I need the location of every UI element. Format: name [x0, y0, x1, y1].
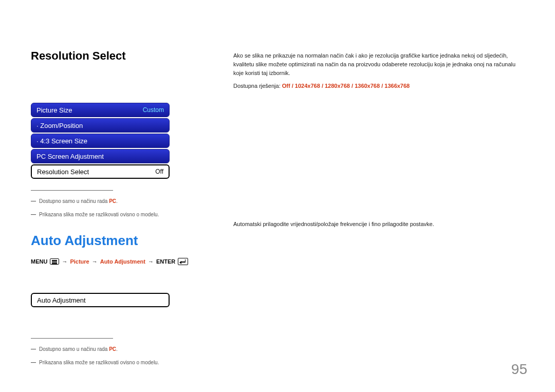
document-page: Resolution Select Ako se slika ne prikaz… [0, 0, 555, 392]
footnote: ― Prikazana slika može se razlikovati ov… [31, 211, 200, 218]
menu-item-label: Auto Adjustment [37, 296, 86, 304]
footnote-text: Dostupno samo u načinu rada PC. [39, 198, 118, 205]
footnote: ― Dostupno samo u načinu rada PC. [31, 198, 200, 205]
menu-item-picture-size[interactable]: Picture Size Custom [31, 103, 170, 117]
osd-menu-resolution-select: Picture Size Custom · Zoom/Position · 4:… [31, 103, 170, 179]
menu-item-label: Picture Size [36, 106, 72, 114]
resolution-value: 1366x768 [384, 83, 410, 89]
footnote: ― Dostupno samo u načinu rada PC. [31, 346, 200, 353]
breadcrumb-menu: MENU [31, 258, 47, 265]
footnote-dash-icon: ― [31, 359, 36, 366]
resolution-select-paragraph: Ako se slika ne prikazuje na normalan na… [233, 51, 526, 78]
footnote: ― Prikazana slika može se razlikovati ov… [31, 359, 200, 366]
menu-item-value: Off [155, 168, 163, 175]
breadcrumb-picture: Picture [70, 258, 89, 265]
menu-item-label: Resolution Select [37, 168, 89, 176]
menu-item-43-screen-size[interactable]: · 4:3 Screen Size [31, 134, 170, 148]
menu-icon [50, 258, 59, 265]
footnote-dash-icon: ― [31, 198, 36, 205]
menu-item-label: · Zoom/Position [36, 122, 83, 129]
section-auto-adjustment: Auto Adjustment Automatski prilagodite v… [31, 233, 524, 366]
menu-breadcrumb: MENU → Picture → Auto Adjustment → ENTER [31, 258, 524, 265]
resolution-value: 1280x768 [325, 83, 350, 89]
footnotes-section2: ― Dostupno samo u načinu rada PC. ― Prik… [31, 338, 200, 366]
osd-menu-auto-adjustment: Auto Adjustment [31, 293, 170, 307]
menu-item-pc-screen-adjustment[interactable]: PC Screen Adjustment [31, 149, 170, 163]
resolution-value: 1024x768 [295, 83, 320, 89]
menu-item-value: Custom [143, 106, 164, 114]
page-number: 95 [511, 361, 527, 378]
menu-item-auto-adjustment[interactable]: Auto Adjustment [31, 293, 170, 307]
arrow-right-icon: → [92, 258, 98, 265]
footnotes-section1: ― Dostupno samo u načinu rada PC. ― Prik… [31, 190, 200, 218]
menu-item-label: PC Screen Adjustment [36, 153, 104, 160]
footnote-text: Prikazana slika može se razlikovati ovis… [39, 359, 159, 366]
resolution-select-description: Ako se slika ne prikazuje na normalan na… [233, 51, 526, 95]
enter-icon [178, 258, 188, 265]
menu-item-resolution-select[interactable]: Resolution Select Off [31, 164, 170, 179]
breadcrumb-auto-adjustment: Auto Adjustment [100, 258, 145, 265]
arrow-right-icon: → [148, 258, 154, 265]
section-title-auto-adjustment: Auto Adjustment [31, 233, 524, 249]
footnote-rule [31, 338, 113, 339]
menu-item-zoom-position[interactable]: · Zoom/Position [31, 118, 170, 133]
footnote-text: Prikazana slika može se razlikovati ovis… [39, 211, 159, 218]
breadcrumb-enter: ENTER [156, 258, 175, 265]
auto-adjustment-paragraph: Automatski prilagodite vrijednosti/polož… [233, 220, 526, 229]
auto-adjustment-description: Automatski prilagodite vrijednosti/polož… [233, 220, 526, 229]
available-resolutions-label: Dostupna rješenja: [233, 83, 282, 89]
arrow-right-icon: → [62, 258, 67, 265]
footnote-dash-icon: ― [31, 346, 36, 353]
footnote-rule [31, 190, 113, 191]
footnote-dash-icon: ― [31, 211, 36, 218]
resolution-value: 1360x768 [355, 83, 380, 89]
available-resolutions: Dostupna rješenja: Off / 1024x768 / 1280… [233, 82, 526, 90]
resolution-value: Off [282, 83, 290, 89]
menu-item-label: · 4:3 Screen Size [36, 137, 87, 145]
footnote-text: Dostupno samo u načinu rada PC. [39, 346, 118, 353]
